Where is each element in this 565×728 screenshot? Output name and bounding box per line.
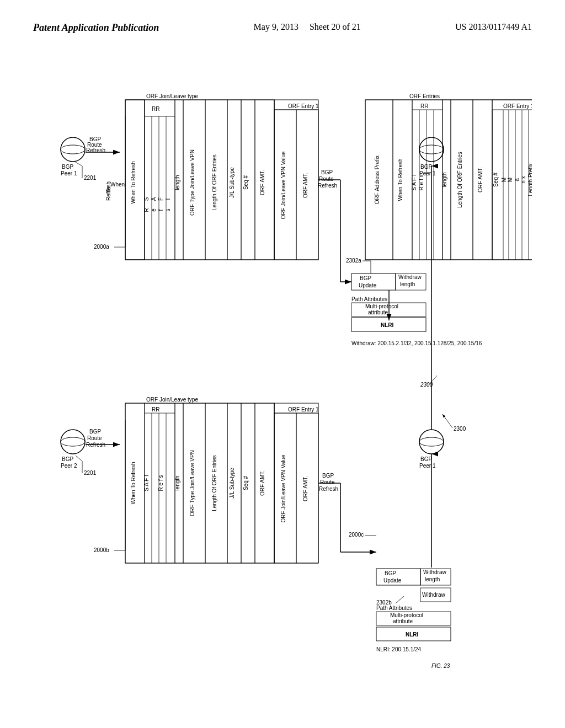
page-header: Patent Application Publication May 9, 20…	[33, 22, 532, 34]
svg-text:ORF Join/Leave VPN Value: ORF Join/Leave VPN Value	[280, 454, 286, 523]
svg-text:BGP: BGP	[89, 429, 101, 435]
svg-text:ORF Join/Leave type: ORF Join/Leave type	[146, 93, 198, 99]
svg-text:e: e	[151, 208, 157, 212]
svg-text:n x: n x	[520, 176, 526, 183]
svg-text:BGP: BGP	[322, 473, 334, 479]
svg-text:F: F	[158, 197, 164, 201]
svg-text:RR: RR	[152, 106, 159, 112]
svg-text:M: M	[507, 178, 513, 182]
svg-text:When To Refresh: When To Refresh	[130, 161, 136, 204]
svg-line-82	[429, 376, 437, 385]
svg-text:When To Refresh: When To Refresh	[397, 158, 403, 201]
svg-text:FIG. 23: FIG. 23	[431, 663, 450, 669]
svg-text:Peer 1: Peer 1	[61, 170, 77, 176]
diagram-svg: BGP Peer 1 2201 BGP Route Refresh	[33, 45, 532, 673]
svg-text:ORF AMT.: ORF AMT.	[302, 173, 308, 198]
svg-text:Peer 2: Peer 2	[61, 463, 77, 469]
svg-point-84	[419, 145, 444, 154]
svg-text:ORF AMT.: ORF AMT.	[259, 470, 265, 496]
svg-text:Seq #: Seq #	[243, 475, 249, 490]
svg-text:R: R	[143, 208, 150, 212]
patent-number: US 2013/0117449 A1	[455, 22, 532, 32]
svg-text:A: A	[151, 197, 157, 201]
svg-point-123	[61, 437, 85, 446]
publication-title: Patent Application Publication	[33, 22, 159, 34]
svg-text:BGP: BGP	[62, 164, 73, 170]
svg-text:Multi-protocol: Multi-protocol	[390, 612, 423, 618]
svg-text:BGP: BGP	[62, 456, 73, 462]
svg-text:Refresh: Refresh	[86, 442, 105, 448]
svg-text:Seq #: Seq #	[243, 175, 249, 190]
svg-text:Refresh: Refresh	[319, 486, 338, 492]
svg-point-0	[61, 137, 85, 162]
svg-text:Peer 1: Peer 1	[419, 463, 436, 469]
svg-text:Update: Update	[359, 282, 377, 288]
svg-text:ORF Type Join/Leave VPN: ORF Type Join/Leave VPN	[189, 450, 195, 516]
svg-text:When To Refresh: When To Refresh	[130, 462, 136, 504]
svg-text:J/L Sub-type: J/L Sub-type	[229, 468, 235, 499]
svg-text:attribute: attribute	[393, 618, 413, 624]
svg-text:S A F I: S A F I	[143, 475, 150, 491]
svg-text:length: length	[400, 281, 415, 287]
publication-date: May 9, 2013	[254, 22, 299, 31]
svg-text:Length Of ORF Entries: Length Of ORF Entries	[211, 154, 217, 211]
svg-text:2201: 2201	[84, 175, 97, 181]
svg-text:Withdraw: Withdraw	[422, 592, 445, 598]
svg-text:Route: Route	[87, 435, 102, 441]
svg-text:Refresh: Refresh	[86, 147, 105, 153]
svg-point-175	[419, 430, 444, 454]
svg-text:Length Prefix: Length Prefix	[527, 164, 532, 196]
svg-line-200	[443, 414, 452, 428]
svg-text:ORF Join/Leave VPN Value: ORF Join/Leave VPN Value	[280, 151, 286, 220]
svg-text:2300: 2300	[454, 426, 466, 432]
diagram-area: BGP Peer 1 2201 BGP Route Refresh	[33, 45, 532, 673]
svg-text:ORF AMT.: ORF AMT.	[477, 167, 483, 192]
page: Patent Application Publication May 9, 20…	[0, 0, 565, 728]
svg-point-83	[419, 137, 444, 162]
svg-text:2201: 2201	[84, 470, 97, 476]
svg-point-176	[419, 437, 444, 446]
svg-text:ORF Entries: ORF Entries	[409, 93, 440, 99]
svg-text:2000a: 2000a	[94, 244, 109, 250]
svg-text:ORF Entry 1: ORF Entry 1	[288, 103, 319, 109]
svg-text:2000c: 2000c	[349, 532, 364, 538]
svg-text:I: I	[165, 199, 171, 200]
svg-text:M: M	[501, 178, 507, 182]
svg-text:Withdraw: Withdraw	[398, 274, 422, 280]
svg-line-181	[396, 596, 404, 603]
svg-text:BGP: BGP	[385, 570, 396, 576]
svg-text:Multi-protocol: Multi-protocol	[365, 303, 398, 309]
svg-text:Length Of ORF Entries: Length Of ORF Entries	[457, 152, 463, 208]
svg-point-122	[61, 430, 85, 454]
svg-text:length: length	[174, 175, 180, 190]
svg-text:Seq #: Seq #	[493, 172, 499, 187]
svg-text:NLRI: NLRI	[406, 631, 419, 638]
svg-rect-17	[125, 100, 274, 260]
svg-text:J/L Sub-type: J/L Sub-type	[229, 167, 235, 198]
svg-text:BGP: BGP	[360, 275, 371, 281]
svg-text:Path Attributes: Path Attributes	[351, 296, 387, 302]
svg-text:Withdraw: 200.15.2.1/32, 200.1: Withdraw: 200.15.2.1/32, 200.15.1.128/25…	[351, 340, 482, 346]
svg-rect-19	[145, 100, 175, 260]
svg-text:BGP: BGP	[321, 169, 333, 175]
svg-text:f: f	[158, 209, 164, 211]
svg-text:2000b: 2000b	[94, 547, 109, 553]
svg-text:NLRI: NLRI	[381, 322, 394, 328]
svg-text:Path Attributes: Path Attributes	[376, 605, 412, 611]
svg-text:ORF Join/Leave type: ORF Join/Leave type	[146, 397, 198, 403]
svg-text:S: S	[143, 197, 150, 201]
svg-text:S A F I: S A F I	[411, 174, 417, 190]
date-sheet: May 9, 2013 Sheet 20 of 21	[254, 22, 361, 32]
svg-text:length: length	[174, 475, 180, 490]
svg-text:s: s	[165, 209, 171, 212]
svg-text:Refresh: Refresh	[105, 181, 111, 201]
sheet-info: Sheet 20 of 21	[310, 22, 361, 31]
svg-text:When: When	[110, 181, 125, 188]
svg-text:R e f s: R e f s	[158, 475, 164, 491]
svg-text:Update: Update	[383, 577, 402, 584]
svg-text:ORF Type Join/Leave VPN: ORF Type Join/Leave VPN	[189, 149, 195, 216]
svg-text:a: a	[514, 178, 520, 181]
svg-text:Route: Route	[320, 479, 335, 485]
svg-text:ORF AMT.: ORF AMT.	[302, 476, 308, 501]
svg-line-6	[76, 162, 82, 166]
